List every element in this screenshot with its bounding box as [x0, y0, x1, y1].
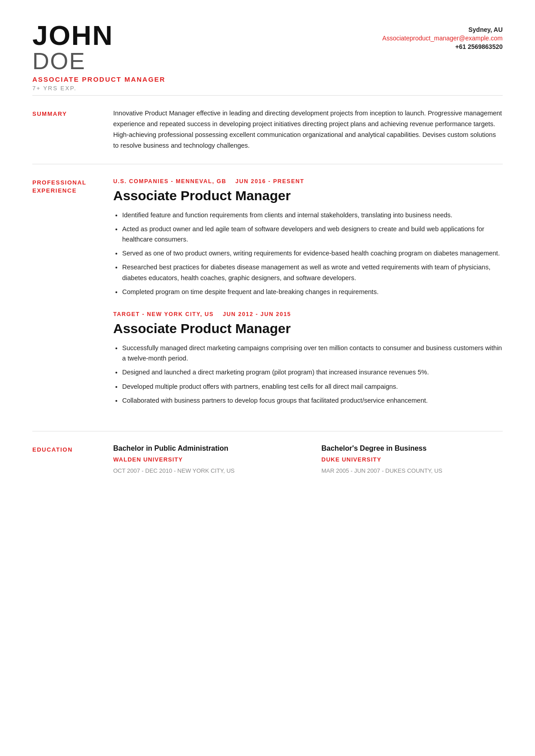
job-1-bullet-3: Served as one of two product owners, wri…	[122, 248, 503, 259]
job-2: TARGET - NEW YORK CITY, US JUN 2012 - JU…	[113, 310, 503, 406]
job-2-bullets: Successfully managed direct marketing ca…	[113, 343, 503, 406]
job-2-company: TARGET - NEW YORK CITY, US	[113, 311, 214, 317]
job-1-dates: JUN 2016 - PRESENT	[235, 178, 304, 185]
header-left: JOHN DOE ASSOCIATE PRODUCT MANAGER 7+ YR…	[32, 22, 165, 92]
summary-section: SUMMARY Innovative Product Manager effec…	[32, 95, 503, 164]
job-1: U.S. COMPANIES - MENNEVAL, GB JUN 2016 -…	[113, 177, 503, 297]
experience-section: PROFESSIONAL EXPERIENCE U.S. COMPANIES -…	[32, 164, 503, 431]
education-grid: Bachelor in Public Administration WALDEN…	[113, 444, 503, 475]
header: JOHN DOE ASSOCIATE PRODUCT MANAGER 7+ YR…	[32, 22, 503, 92]
job-1-company: U.S. COMPANIES - MENNEVAL, GB	[113, 178, 226, 185]
education-section: EDUCATION Bachelor in Public Administrat…	[32, 431, 503, 488]
edu-2-dates: MAR 2005 - JUN 2007 - DUKES COUNTY, US	[322, 466, 503, 476]
edu-item-1: Bachelor in Public Administration WALDEN…	[113, 444, 295, 475]
resume-page: JOHN DOE ASSOCIATE PRODUCT MANAGER 7+ YR…	[0, 0, 535, 756]
summary-content: Innovative Product Manager effective in …	[113, 108, 503, 151]
header-right: Sydney, AU Associateproduct_manager@exam…	[382, 26, 503, 50]
job-1-bullets: Identified feature and function requirem…	[113, 210, 503, 297]
edu-1-dates: OCT 2007 - DEC 2010 - NEW YORK CITY, US	[113, 466, 295, 476]
summary-text: Innovative Product Manager effective in …	[113, 108, 503, 151]
edu-item-2: Bachelor's Degree in Business DUKE UNIVE…	[322, 444, 503, 475]
job-1-title: Associate Product Manager	[113, 188, 503, 204]
job-2-bullet-3: Developed multiple product offers with p…	[122, 382, 503, 392]
job-1-bullet-4: Researched best practices for diabetes d…	[122, 262, 503, 283]
job-2-bullet-2: Designed and launched a direct marketing…	[122, 367, 503, 378]
education-label: EDUCATION	[32, 444, 113, 475]
job-2-bullet-1: Successfully managed direct marketing ca…	[122, 343, 503, 364]
experience-label: PROFESSIONAL EXPERIENCE	[32, 177, 113, 418]
job-1-bullet-2: Acted as product owner and led agile tea…	[122, 224, 503, 245]
years-experience: 7+ YRS EXP.	[32, 85, 165, 92]
email: Associateproduct_manager@example.com	[382, 35, 503, 42]
education-content: Bachelor in Public Administration WALDEN…	[113, 444, 503, 475]
edu-2-degree: Bachelor's Degree in Business	[322, 444, 503, 453]
job-1-bullet-5: Completed program on time despite freque…	[122, 287, 503, 297]
job-2-title: Associate Product Manager	[113, 321, 503, 337]
experience-content: U.S. COMPANIES - MENNEVAL, GB JUN 2016 -…	[113, 177, 503, 418]
edu-2-school: DUKE UNIVERSITY	[322, 455, 503, 465]
job-2-bullet-4: Collaborated with business partners to d…	[122, 396, 503, 406]
phone: +61 2569863520	[382, 43, 503, 50]
edu-1-school: WALDEN UNIVERSITY	[113, 455, 295, 465]
first-name: JOHN	[32, 22, 165, 49]
summary-label: SUMMARY	[32, 108, 113, 151]
job-2-meta: TARGET - NEW YORK CITY, US JUN 2012 - JU…	[113, 310, 503, 319]
last-name: DOE	[32, 49, 165, 73]
edu-1-degree: Bachelor in Public Administration	[113, 444, 295, 453]
location: Sydney, AU	[382, 26, 503, 33]
job-1-bullet-1: Identified feature and function requirem…	[122, 210, 503, 220]
job-2-dates: JUN 2012 - JUN 2015	[223, 311, 291, 317]
job-1-meta: U.S. COMPANIES - MENNEVAL, GB JUN 2016 -…	[113, 177, 503, 186]
job-title: ASSOCIATE PRODUCT MANAGER	[32, 75, 165, 83]
